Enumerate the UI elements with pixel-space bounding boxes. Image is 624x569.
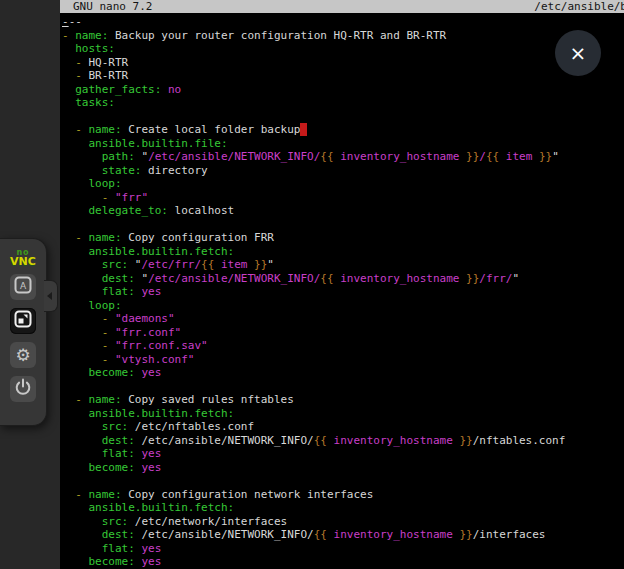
editor-line: tasks: [62,96,624,110]
editor-line: src: /etc/nftables.conf [62,420,624,434]
vnc-control-bar: no VNC A ⚙ [0,238,47,426]
editor-line: become: yes [62,555,624,569]
editor-line: - name: Copy configuration network inter… [62,488,624,502]
editor-line: - HQ-RTR [62,56,624,70]
editor-line: ansible.builtin.fetch: [62,245,624,259]
editor-line: --- [62,15,624,29]
extra-keys-button[interactable]: A [10,274,36,300]
vnc-screen: GNU nano 7.2 /etc/ansible/b ---- name: B… [0,0,624,569]
editor-line [62,474,624,488]
editor-line: ansible.builtin.file: [62,137,624,151]
editor-line: - "frr" [62,191,624,205]
editor-line: - "daemons" [62,312,624,326]
editor-line: gather_facts: no [62,83,624,97]
settings-button[interactable]: ⚙ [10,342,36,368]
editor-line: become: yes [62,366,624,380]
editor-line: hosts: [62,42,624,56]
editor-line: flat: yes [62,542,624,556]
power-icon [14,378,32,400]
gear-icon: ⚙ [15,347,30,364]
editor-line: src: "/etc/frr/{{ item }}" [62,258,624,272]
editor-line: - "frr.conf" [62,326,624,340]
editor-content[interactable]: ---- name: Backup your router configurat… [60,13,624,569]
editor-line: - name: Create local folder backup [62,123,624,137]
editor-line: loop: [62,299,624,313]
editor-line: path: "/etc/ansible/NETWORK_INFO/{{ inve… [62,150,624,164]
editor-line: ansible.builtin.fetch: [62,501,624,515]
editor-line: state: directory [62,164,624,178]
editor-line: - name: Backup your router configuration… [62,29,624,43]
svg-text:A: A [20,281,27,291]
novnc-logo-vnc: VNC [0,257,46,266]
editor-line: become: yes [62,461,624,475]
control-bar-collapse-handle[interactable] [44,280,58,312]
keyboard-key-icon: A [14,276,32,298]
editor-line: dest: /etc/ansible/NETWORK_INFO/{{ inven… [62,528,624,542]
nano-filepath-label: /etc/ansible/b [534,0,624,13]
editor-line: - name: Copy saved rules nftables [62,393,624,407]
editor-line: ansible.builtin.fetch: [62,407,624,421]
close-button[interactable]: × [555,30,601,76]
editor-line: - BR-RTR [62,69,624,83]
terminal-window: GNU nano 7.2 /etc/ansible/b ---- name: B… [60,0,624,569]
editor-line: dest: "/etc/ansible/NETWORK_INFO/{{ inve… [62,272,624,286]
editor-line: flat: yes [62,285,624,299]
editor-line: delegate_to: localhost [62,204,624,218]
close-icon: × [570,41,587,65]
nano-titlebar: GNU nano 7.2 /etc/ansible/b [60,0,624,13]
editor-line: - "vtysh.conf" [62,353,624,367]
editor-line: - "frr.conf.sav" [62,339,624,353]
fullscreen-icon [14,310,32,332]
editor-line: src: /etc/network/interfaces [62,515,624,529]
fullscreen-button[interactable] [10,308,36,334]
editor-line: flat: yes [62,447,624,461]
chevron-left-icon [47,292,52,300]
editor-line [62,110,624,124]
nano-version-label: GNU nano 7.2 [60,0,152,13]
editor-line: dest: /etc/ansible/NETWORK_INFO/{{ inven… [62,434,624,448]
disconnect-button[interactable] [10,376,36,402]
editor-line [62,380,624,394]
editor-line [62,218,624,232]
novnc-logo: no VNC [0,248,46,266]
editor-line: - name: Copy configuration FRR [62,231,624,245]
editor-line: loop: [62,177,624,191]
